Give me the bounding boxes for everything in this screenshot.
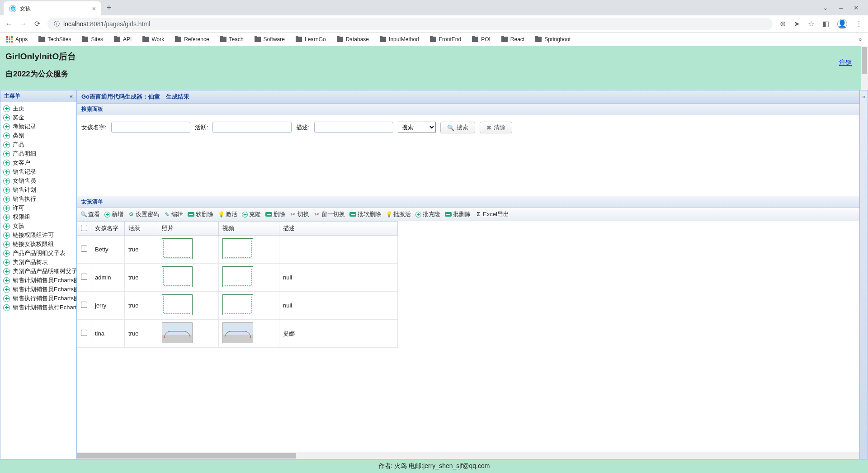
table-row[interactable]: jerrytruenull	[77, 292, 398, 320]
sidebar-item[interactable]: 类别	[0, 131, 76, 140]
logout-link[interactable]: 注销	[839, 59, 852, 67]
close-window-icon[interactable]: ✕	[854, 4, 859, 11]
sidebar-item[interactable]: 类别产品树表	[0, 258, 76, 267]
thumbnail[interactable]	[162, 294, 193, 315]
row-checkbox[interactable]	[81, 302, 87, 308]
bookmark-item[interactable]: Reference	[175, 36, 209, 43]
tb-batchdel[interactable]: 批删除	[445, 210, 471, 218]
forward-icon[interactable]: →	[20, 20, 27, 28]
bookmark-item[interactable]: Database	[337, 36, 369, 43]
clear-button[interactable]: ✖清除	[480, 122, 512, 133]
col-photo[interactable]: 照片	[158, 222, 219, 236]
col-video[interactable]: 视频	[219, 222, 279, 236]
profile-icon[interactable]: 👤	[837, 19, 847, 29]
sidebar-item[interactable]: 链接女孩权限组	[0, 240, 76, 249]
sidebar-item[interactable]: 考勤记录	[0, 122, 76, 131]
tb-activate[interactable]: 💡激活	[218, 210, 237, 218]
input-girl-name[interactable]	[111, 122, 190, 133]
col-name[interactable]: 女孩名字	[91, 222, 125, 236]
panel-icon[interactable]: ◧	[822, 19, 829, 28]
bookmark-item[interactable]: TechSites	[38, 36, 71, 43]
sidebar-item[interactable]: 销售记录	[0, 167, 76, 176]
reload-icon[interactable]: ⟳	[34, 19, 40, 28]
sidebar-item[interactable]: 女孩	[0, 222, 76, 231]
sidebar-item[interactable]: 销售计划	[0, 185, 76, 194]
sidebar-item[interactable]: 销售计划销售员Echarts图表	[0, 276, 76, 285]
tb-edit[interactable]: ✎编辑	[164, 210, 183, 218]
table-scroll[interactable]: 女孩名字 活跃 照片 视频 描述 Bettytrueadmintruenullj…	[77, 221, 859, 452]
new-tab-button[interactable]: +	[107, 3, 112, 13]
sidebar-item[interactable]: 主页	[0, 104, 76, 113]
bookmark-item[interactable]: FrontEnd	[430, 36, 461, 43]
horizontal-scrollbar[interactable]	[77, 452, 859, 459]
tb-setpwd[interactable]: ⚙设置密码	[128, 210, 159, 218]
sidebar-item[interactable]: 权限组	[0, 213, 76, 222]
tb-delete[interactable]: 删除	[265, 210, 285, 218]
minimize-icon[interactable]: –	[839, 4, 843, 11]
browser-tab[interactable]: 🌐 女孩 ×	[4, 1, 101, 16]
menu-icon[interactable]: ⋮	[855, 19, 863, 28]
sidebar-item[interactable]: 类别产品产品明细树父子表	[0, 267, 76, 276]
sidebar-item[interactable]: 女客户	[0, 158, 76, 167]
sidebar-item[interactable]: 销售计划销售员Echarts图表	[0, 285, 76, 294]
tb-batchclone[interactable]: 批克隆	[415, 210, 440, 218]
bookmark-item[interactable]: Springboot	[535, 36, 571, 43]
tb-softdel[interactable]: 软删除	[188, 210, 213, 218]
thumbnail[interactable]	[162, 322, 193, 343]
bookmark-item[interactable]: POI	[472, 36, 491, 43]
table-row[interactable]: tinatrue提娜	[77, 320, 398, 348]
sidebar-item[interactable]: 许可	[0, 203, 76, 213]
sidebar-item[interactable]: 产品产品明细父子表	[0, 249, 76, 258]
send-icon[interactable]: ➤	[794, 19, 800, 28]
col-active[interactable]: 活跃	[125, 222, 158, 236]
row-checkbox[interactable]	[81, 330, 87, 336]
bookmark-item[interactable]: React	[501, 36, 524, 43]
url-bar[interactable]: ⓘ localhost:8081/pages/girls.html	[47, 18, 773, 30]
select-all-checkbox[interactable]	[81, 225, 87, 231]
bookmarks-overflow-icon[interactable]: »	[859, 36, 862, 43]
bookmark-item[interactable]: Teach	[220, 36, 244, 43]
table-row[interactable]: admintruenull	[77, 264, 398, 292]
thumbnail[interactable]	[222, 294, 253, 315]
bookmark-item[interactable]: LearnGo	[296, 36, 326, 43]
sidebar-item[interactable]: 销售执行	[0, 194, 76, 203]
tb-batchsoftdel[interactable]: 批软删除	[349, 210, 381, 218]
sidebar-item[interactable]: 销售计划销售执行Echarts图表	[0, 303, 76, 312]
col-desc[interactable]: 描述	[279, 222, 398, 236]
collapse-right-icon[interactable]: «	[860, 90, 868, 459]
apps-button[interactable]: Apps	[6, 36, 28, 43]
bookmark-item[interactable]: Sites	[82, 36, 103, 43]
bookmark-item[interactable]: API	[114, 36, 132, 43]
thumbnail[interactable]	[162, 238, 193, 259]
chevron-down-icon[interactable]: ⌄	[823, 4, 828, 11]
star-icon[interactable]: ☆	[808, 19, 814, 28]
tb-excel[interactable]: ΣExcel导出	[475, 210, 509, 218]
tb-toggle[interactable]: ✂切换	[290, 210, 309, 218]
table-row[interactable]: Bettytrue	[77, 236, 398, 264]
tb-clone[interactable]: 克隆	[242, 210, 261, 218]
sidebar-item[interactable]: 女销售员	[0, 176, 76, 185]
tb-batchactivate[interactable]: 💡批激活	[386, 210, 411, 218]
sidebar-item[interactable]: 销售执行销售员Echarts图表	[0, 294, 76, 303]
row-checkbox[interactable]	[81, 246, 87, 252]
bookmark-item[interactable]: Software	[255, 36, 285, 43]
scrollbar[interactable]	[861, 46, 868, 90]
thumbnail[interactable]	[222, 322, 253, 343]
collapse-left-icon[interactable]: «	[70, 93, 73, 99]
sidebar-item[interactable]: 产品	[0, 140, 76, 149]
input-desc[interactable]	[314, 122, 393, 133]
tb-toggleall[interactable]: ✂留一切换	[314, 210, 345, 218]
bookmark-item[interactable]: Work	[142, 36, 164, 43]
thumbnail[interactable]	[222, 266, 253, 287]
search-button[interactable]: 🔍搜索	[440, 122, 475, 133]
tb-view[interactable]: 🔍查看	[80, 210, 100, 218]
close-icon[interactable]: ×	[92, 5, 96, 12]
sidebar-item[interactable]: 产品明细	[0, 149, 76, 158]
bookmark-item[interactable]: InputMethod	[380, 36, 419, 43]
search-type-select[interactable]: 搜索	[398, 122, 436, 132]
zoom-icon[interactable]: ⊕	[780, 19, 786, 28]
thumbnail[interactable]	[222, 238, 253, 259]
sidebar-item[interactable]: 链接权限组许可	[0, 231, 76, 240]
thumbnail[interactable]	[162, 266, 193, 287]
back-icon[interactable]: ←	[5, 20, 13, 28]
